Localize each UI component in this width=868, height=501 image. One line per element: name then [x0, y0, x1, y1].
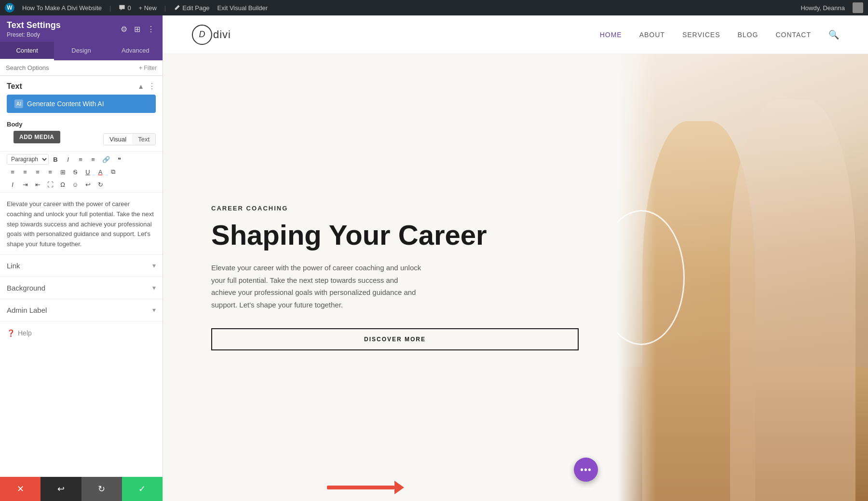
toolbar-row-3: I ⇥ ⇤ ⛶ Ω ☺ ↩ ↻ [7, 179, 156, 190]
link-section-header[interactable]: Link ▾ [0, 255, 163, 277]
emoji-button[interactable]: ☺ [69, 179, 81, 190]
ordered-list-button[interactable]: ≡ [87, 153, 99, 165]
filter-button[interactable]: + Filter [139, 65, 157, 71]
outdent-button[interactable]: ⇤ [32, 179, 43, 190]
help-icon[interactable]: ❓ [7, 329, 15, 337]
omega-button[interactable]: Ω [57, 179, 68, 190]
fab-dots-icon: ••• [580, 464, 592, 475]
panel-tabs: Content Design Advanced [0, 42, 163, 60]
link-button[interactable]: 🔗 [100, 153, 112, 165]
howdy-text: Howdy, Deanna [800, 4, 845, 12]
red-bar [327, 486, 394, 489]
nav-home[interactable]: HOME [600, 31, 622, 39]
hero-title: Shaping Your Career [211, 220, 579, 250]
tab-content[interactable]: Content [0, 42, 54, 60]
nav-contact[interactable]: CONTACT [775, 31, 811, 39]
comments-link[interactable]: 0 [119, 4, 131, 12]
redo-button[interactable]: ↻ [81, 477, 122, 501]
logo-text: divi [213, 28, 231, 41]
tab-design[interactable]: Design [54, 42, 108, 60]
editor-mode-tabs: Visual Text [103, 133, 156, 145]
tab-text[interactable]: Text [132, 134, 155, 145]
link-arrow-icon[interactable]: ▾ [152, 262, 156, 269]
text-settings-panel: Text Settings Preset: Body ⚙ ⊞ ⋮ Content… [0, 15, 163, 501]
site-logo: D divi [192, 25, 231, 45]
edit-page-link[interactable]: Edit Page [174, 4, 209, 12]
table-button[interactable]: ⊞ [57, 166, 68, 178]
section-collapse-icon[interactable]: ▲ [137, 83, 144, 90]
link-section: Link ▾ [0, 254, 163, 277]
align-justify-button[interactable]: ≡ [44, 166, 56, 178]
exit-builder-link[interactable]: Exit Visual Builder [217, 4, 268, 12]
italic-button[interactable]: I [62, 153, 74, 165]
admin-label-section-header[interactable]: Admin Label ▾ [0, 299, 163, 321]
align-right-button[interactable]: ≡ [32, 166, 43, 178]
settings-icon[interactable]: ⚙ [120, 24, 128, 35]
strikethrough-button[interactable]: S [69, 166, 81, 178]
background-arrow-icon[interactable]: ▾ [152, 284, 156, 292]
bold-button[interactable]: B [50, 153, 61, 165]
tab-advanced[interactable]: Advanced [108, 42, 163, 60]
redo-toolbar-button[interactable]: ↻ [95, 179, 106, 190]
hero-description: Elevate your career with the power of ca… [211, 262, 423, 311]
undo-toolbar-button[interactable]: ↩ [82, 179, 94, 190]
save-button[interactable]: ✓ [122, 477, 163, 501]
main-layout: Text Settings Preset: Body ⚙ ⊞ ⋮ Content… [0, 15, 868, 501]
bar-separator2: | [164, 4, 166, 12]
admin-label-arrow-icon[interactable]: ▾ [152, 306, 156, 314]
indent-button[interactable]: ⇥ [19, 179, 31, 190]
text-editor-content[interactable]: Elevate your career with the power of ca… [0, 195, 163, 254]
add-media-button[interactable]: ADD MEDIA [14, 131, 60, 143]
hero-image [617, 54, 868, 501]
panel-title: Text Settings [7, 20, 61, 30]
person2-element [730, 99, 855, 501]
fab-button[interactable]: ••• [574, 458, 598, 482]
background-label: Background [7, 284, 45, 292]
wp-logo-icon[interactable]: W [5, 3, 14, 13]
paste-text-button[interactable]: ⧉ [107, 166, 119, 178]
color-button[interactable]: A [95, 166, 106, 178]
hero-section: CAREER COACHING Shaping Your Career Elev… [163, 54, 868, 501]
nav-about[interactable]: ABOUT [639, 31, 665, 39]
site-navigation: D divi HOME ABOUT SERVICES BLOG CONTACT … [163, 15, 868, 54]
background-section: Background ▾ [0, 277, 163, 299]
blockquote-button[interactable]: ❝ [113, 153, 125, 165]
more-icon[interactable]: ⋮ [146, 24, 156, 35]
nav-services[interactable]: SERVICES [682, 31, 720, 39]
undo-button[interactable]: ↩ [41, 477, 81, 501]
site-name-link[interactable]: How To Make A Divi Website [22, 4, 102, 12]
hero-cta-button[interactable]: DISCOVER MORE [211, 328, 579, 350]
paragraph-select[interactable]: Paragraph Heading 1 Heading 2 [7, 154, 49, 165]
new-link[interactable]: + New [139, 4, 157, 12]
search-bar: + Filter [0, 60, 163, 76]
panel-bottom-bar: ✕ ↩ ↻ ✓ [0, 477, 163, 501]
panel-content: Text ▲ ⋮ AI Generate Content With AI Bod… [0, 76, 163, 477]
nav-blog[interactable]: BLOG [737, 31, 758, 39]
search-icon[interactable]: 🔍 [828, 29, 839, 40]
wp-admin-bar: W How To Make A Divi Website | 0 + New |… [0, 0, 868, 15]
unordered-list-button[interactable]: ≡ [75, 153, 86, 165]
section-menu-icon[interactable]: ⋮ [148, 82, 156, 91]
body-label: Body [0, 119, 163, 131]
link-label: Link [7, 262, 20, 270]
ai-generate-button[interactable]: AI Generate Content With AI [7, 95, 156, 113]
editor-controls-row: ADD MEDIA Visual Text [0, 131, 163, 151]
help-label[interactable]: Help [18, 329, 32, 337]
user-avatar[interactable] [853, 2, 863, 13]
cancel-button[interactable]: ✕ [0, 477, 41, 501]
background-section-header[interactable]: Background ▾ [0, 277, 163, 299]
align-center-button[interactable]: ≡ [19, 166, 31, 178]
search-input[interactable] [6, 64, 135, 71]
italic2-button[interactable]: I [7, 179, 18, 190]
fullscreen-button[interactable]: ⛶ [44, 179, 56, 190]
hero-photo [617, 54, 868, 501]
red-arrow-icon [394, 481, 404, 494]
toolbar-row-1: Paragraph Heading 1 Heading 2 B I ≡ ≡ 🔗 … [7, 153, 156, 165]
hero-subtitle: CAREER COACHING [211, 205, 579, 212]
layout-icon[interactable]: ⊞ [133, 24, 141, 35]
text-section-header[interactable]: Text ▲ ⋮ [0, 76, 163, 95]
preset-label: Preset: Body [7, 31, 61, 38]
align-left-button[interactable]: ≡ [7, 166, 18, 178]
tab-visual[interactable]: Visual [104, 134, 132, 145]
underline-button[interactable]: U [82, 166, 94, 178]
